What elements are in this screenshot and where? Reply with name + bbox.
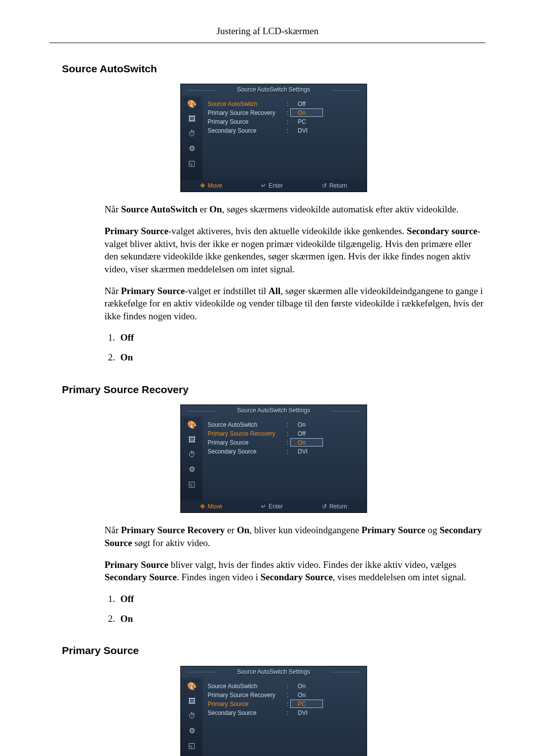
option-label: On: [120, 613, 133, 624]
osd-screenshot: Source AutoSwitch Settings🎨🖼⏱⚙◱Source Au…: [62, 666, 485, 756]
timer-icon: ⏱: [184, 127, 199, 140]
section-heading: Source AutoSwitch: [62, 62, 485, 76]
option-label: Off: [120, 594, 134, 604]
osd-footer-return: ↺Return: [322, 182, 347, 190]
osd-row-value: On: [292, 691, 342, 699]
osd-footer-move-label: Move: [208, 182, 222, 190]
enter-icon: ↵: [261, 503, 266, 510]
osd-footer-move: ✥Move: [200, 503, 222, 510]
osd-main: Source AutoSwitch:OnPrimary Source Recov…: [203, 416, 367, 501]
osd-row-label: Source AutoSwitch: [208, 682, 287, 690]
body-paragraph: Primary Source-valget aktiveres, hvis de…: [105, 225, 485, 276]
pip-icon: ◱: [184, 739, 199, 752]
osd-row-label: Primary Source: [208, 118, 287, 126]
osd-row-value: DVI: [292, 448, 342, 455]
osd-titlebar: Source AutoSwitch Settings: [181, 666, 367, 678]
option-label: Off: [120, 332, 134, 343]
osd-row: Primary Source Recovery:Off: [208, 429, 362, 438]
osd-sidebar: 🎨🖼⏱⚙◱: [181, 678, 203, 756]
osd-row-colon: :: [287, 118, 292, 126]
section-heading: Primary Source: [62, 644, 485, 657]
osd-panel: Source AutoSwitch Settings🎨🖼⏱⚙◱Source Au…: [180, 666, 367, 756]
osd-screenshot: Source AutoSwitch Settings🎨🖼⏱⚙◱Source Au…: [62, 84, 485, 192]
gear-icon: ⚙: [184, 463, 199, 476]
enter-icon: ↵: [261, 182, 266, 190]
body-paragraph: Når Source AutoSwitch er On, søges skærm…: [105, 203, 485, 216]
osd-row-label: Secondary Source: [208, 448, 287, 455]
page-header: Justering af LCD-skærmen: [50, 25, 485, 43]
timer-icon: ⏱: [184, 448, 199, 461]
body-paragraph: Primary Source bliver valgt, hvis der fi…: [105, 558, 485, 584]
osd-row: Primary Source:On: [208, 438, 362, 447]
picture-icon: 🖼: [184, 112, 199, 125]
osd-row-colon: :: [287, 127, 292, 135]
osd-footer-enter: ↵Enter: [261, 182, 283, 190]
gear-icon: ⚙: [184, 142, 199, 155]
osd-screenshot: Source AutoSwitch Settings🎨🖼⏱⚙◱Source Au…: [62, 404, 485, 513]
option-item: Off: [117, 331, 485, 344]
osd-row-value: PC: [292, 700, 342, 708]
page-header-text: Justering af LCD-skærmen: [216, 26, 319, 36]
osd-row-value: Off: [292, 100, 342, 108]
option-item: On: [117, 351, 485, 364]
osd-footer-move-label: Move: [208, 503, 222, 510]
osd-row: Primary Source:PC: [208, 117, 362, 126]
osd-titlebar: Source AutoSwitch Settings: [181, 405, 367, 416]
osd-sidebar: 🎨🖼⏱⚙◱: [181, 96, 203, 180]
osd-row-value: On: [292, 439, 342, 447]
move-icon: ✥: [200, 182, 205, 190]
osd-main: Source AutoSwitch:OffPrimary Source Reco…: [203, 96, 367, 180]
osd-row-label: Primary Source: [208, 439, 287, 447]
palette-icon: 🎨: [184, 680, 199, 693]
osd-row-value: On: [292, 421, 342, 429]
osd-body: 🎨🖼⏱⚙◱Source AutoSwitch:OnPrimary Source …: [181, 416, 367, 501]
osd-row-value: PC: [292, 118, 342, 126]
osd-row-label: Source AutoSwitch: [208, 421, 287, 429]
osd-row-label: Primary Source Recovery: [208, 430, 287, 438]
body-paragraph: Når Primary Source-valget er indstillet …: [105, 285, 485, 323]
osd-row: Primary Source Recovery:On: [208, 108, 362, 117]
body-paragraph: Når Primary Source Recovery er On, blive…: [105, 524, 485, 549]
osd-row-colon: :: [287, 421, 292, 429]
osd-footer-move: ✥Move: [200, 182, 222, 190]
osd-footer: ✥Move↵Enter↺Return: [181, 501, 367, 512]
osd-footer-enter-label: Enter: [268, 182, 283, 190]
osd-row-value: DVI: [292, 127, 342, 135]
osd-row: Source AutoSwitch:Off: [208, 100, 362, 108]
osd-footer-return-label: Return: [329, 182, 347, 190]
osd-row-colon: :: [287, 691, 292, 699]
pip-icon: ◱: [184, 478, 199, 491]
osd-body: 🎨🖼⏱⚙◱Source AutoSwitch:OnPrimary Source …: [181, 678, 367, 756]
osd-row-colon: :: [287, 430, 292, 438]
gear-icon: ⚙: [184, 724, 199, 737]
document-page: Justering af LCD-skærmen Source AutoSwit…: [0, 0, 535, 756]
section-body: Når Source AutoSwitch er On, søges skærm…: [62, 203, 485, 322]
osd-row: Source AutoSwitch:On: [208, 420, 362, 429]
osd-sidebar: 🎨🖼⏱⚙◱: [181, 416, 203, 501]
option-list: OffOn: [62, 593, 485, 625]
osd-row-label: Primary Source Recovery: [208, 109, 287, 117]
osd-row-value: DVI: [292, 709, 342, 717]
osd-row: Secondary Source:DVI: [208, 126, 362, 135]
osd-footer: ✥Move↵Enter↺Return: [181, 180, 367, 192]
palette-icon: 🎨: [184, 418, 199, 431]
osd-footer-enter: ↵Enter: [261, 503, 283, 510]
section-body: Når Primary Source Recovery er On, blive…: [62, 524, 485, 584]
timer-icon: ⏱: [184, 709, 199, 722]
return-icon: ↺: [322, 503, 327, 510]
osd-row-label: Secondary Source: [208, 709, 287, 717]
osd-panel: Source AutoSwitch Settings🎨🖼⏱⚙◱Source Au…: [180, 404, 367, 513]
osd-footer-enter-label: Enter: [268, 503, 283, 510]
option-label: On: [120, 352, 133, 362]
osd-titlebar: Source AutoSwitch Settings: [181, 84, 367, 96]
picture-icon: 🖼: [184, 695, 199, 707]
osd-row: Secondary Source:DVI: [208, 447, 362, 456]
osd-row-label: Primary Source: [208, 700, 287, 708]
osd-footer-return: ↺Return: [322, 503, 347, 510]
pip-icon: ◱: [184, 157, 199, 170]
osd-panel: Source AutoSwitch Settings🎨🖼⏱⚙◱Source Au…: [180, 84, 367, 192]
picture-icon: 🖼: [184, 433, 199, 446]
palette-icon: 🎨: [184, 98, 199, 110]
osd-main: Source AutoSwitch:OnPrimary Source Recov…: [203, 678, 367, 756]
osd-body: 🎨🖼⏱⚙◱Source AutoSwitch:OffPrimary Source…: [181, 96, 367, 180]
